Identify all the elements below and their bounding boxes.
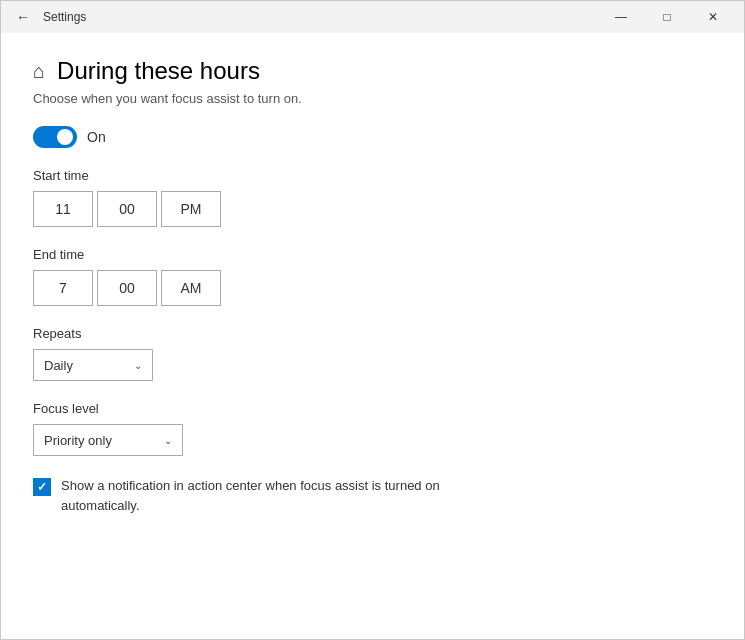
notification-checkbox[interactable]: ✓ — [33, 478, 51, 496]
toggle-label: On — [87, 129, 106, 145]
start-time-row: 11 00 PM — [33, 191, 712, 227]
repeats-dropdown[interactable]: Daily ⌄ — [33, 349, 153, 381]
focus-level-section: Focus level Priority only ⌄ — [33, 401, 712, 456]
notification-checkbox-row: ✓ Show a notification in action center w… — [33, 476, 712, 515]
start-time-section: Start time 11 00 PM — [33, 168, 712, 227]
repeats-value: Daily — [44, 358, 73, 373]
toggle-track — [33, 126, 77, 148]
maximize-button[interactable]: □ — [644, 1, 690, 33]
end-hour-box[interactable]: 7 — [33, 270, 93, 306]
close-button[interactable]: ✕ — [690, 1, 736, 33]
page-title: During these hours — [57, 57, 260, 85]
focus-level-value: Priority only — [44, 433, 112, 448]
end-minute-box[interactable]: 00 — [97, 270, 157, 306]
page-header: ⌂ During these hours — [33, 57, 712, 85]
repeats-label: Repeats — [33, 326, 712, 341]
window-title: Settings — [37, 10, 598, 24]
start-hour-box[interactable]: 11 — [33, 191, 93, 227]
back-button[interactable]: ← — [9, 3, 37, 31]
focus-level-dropdown[interactable]: Priority only ⌄ — [33, 424, 183, 456]
page-subtitle: Choose when you want focus assist to tur… — [33, 91, 712, 106]
home-icon: ⌂ — [33, 60, 45, 83]
main-content: ⌂ During these hours Choose when you wan… — [1, 33, 744, 639]
minimize-button[interactable]: — — [598, 1, 644, 33]
end-time-row: 7 00 AM — [33, 270, 712, 306]
window: ← Settings — □ ✕ ⌂ During these hours Ch… — [0, 0, 745, 640]
end-time-label: End time — [33, 247, 712, 262]
focus-level-label: Focus level — [33, 401, 712, 416]
repeats-chevron-icon: ⌄ — [134, 360, 142, 371]
checkmark-icon: ✓ — [37, 480, 47, 494]
focus-assist-toggle[interactable] — [33, 126, 77, 148]
start-time-label: Start time — [33, 168, 712, 183]
end-period-box[interactable]: AM — [161, 270, 221, 306]
focus-level-chevron-icon: ⌄ — [164, 435, 172, 446]
repeats-section: Repeats Daily ⌄ — [33, 326, 712, 381]
end-time-section: End time 7 00 AM — [33, 247, 712, 306]
start-minute-box[interactable]: 00 — [97, 191, 157, 227]
window-controls: — □ ✕ — [598, 1, 736, 33]
toggle-thumb — [57, 129, 73, 145]
notification-checkbox-label: Show a notification in action center whe… — [61, 476, 461, 515]
start-period-box[interactable]: PM — [161, 191, 221, 227]
title-bar: ← Settings — □ ✕ — [1, 1, 744, 33]
toggle-row: On — [33, 126, 712, 148]
